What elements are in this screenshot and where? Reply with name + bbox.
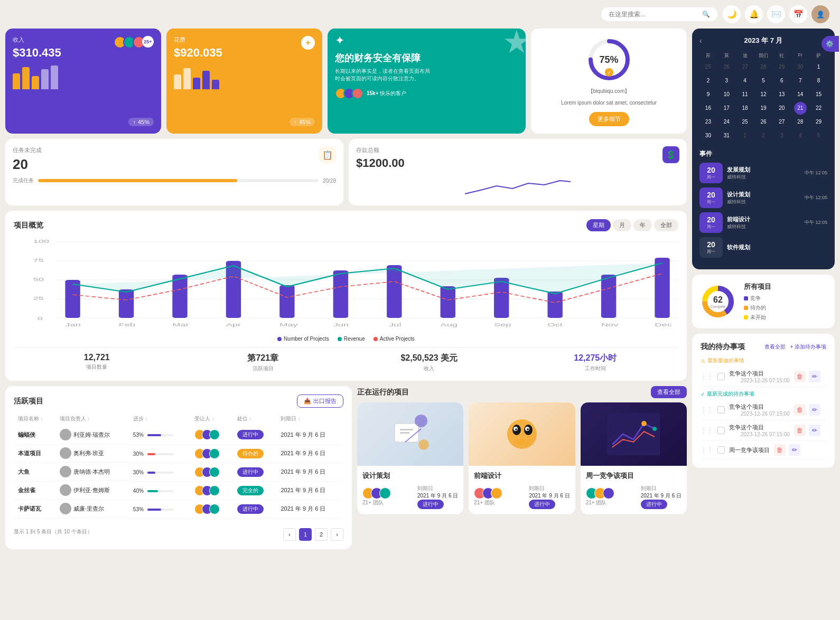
- calendar-day[interactable]: 4: [736, 74, 754, 87]
- mail-icon[interactable]: ✉️: [767, 5, 785, 23]
- svg-rect-18: [279, 285, 294, 318]
- calendar-day[interactable]: 15: [810, 88, 827, 101]
- col-assignee[interactable]: 受让人 ↕: [190, 412, 232, 426]
- todo-edit-4-button[interactable]: ✏: [789, 444, 800, 456]
- search-box[interactable]: 🔍: [601, 7, 717, 21]
- col-status[interactable]: 处位 ↕: [233, 412, 277, 426]
- drag-handle-3[interactable]: ⋮⋮: [701, 427, 713, 434]
- calendar-day[interactable]: 5: [755, 74, 772, 87]
- svg-rect-41: [400, 432, 409, 434]
- tab-week[interactable]: 星期: [586, 219, 611, 231]
- stat-active-label: 活跃项目: [180, 365, 347, 372]
- calendar-day[interactable]: 4: [791, 129, 809, 142]
- calendar-day[interactable]: 17: [718, 102, 735, 115]
- calendar-day[interactable]: 18: [736, 102, 754, 115]
- calendar-day[interactable]: 27: [773, 116, 790, 128]
- calendar-day[interactable]: 7: [791, 74, 809, 87]
- calendar-day[interactable]: 20: [773, 102, 790, 115]
- calendar-day[interactable]: 24: [718, 116, 735, 128]
- page-2-button[interactable]: 2: [315, 528, 328, 541]
- calendar-day[interactable]: 11: [736, 88, 754, 101]
- calendar-day[interactable]: 2: [755, 129, 772, 142]
- calendar-day[interactable]: 27: [736, 61, 754, 73]
- todo-view-all-link[interactable]: 查看全部: [764, 343, 786, 351]
- col-manager[interactable]: 项目负责人 ↕: [55, 412, 129, 426]
- calendar-day[interactable]: 30: [791, 61, 809, 73]
- calendar-day[interactable]: 21: [794, 102, 807, 115]
- calendar-day[interactable]: 31: [718, 129, 735, 142]
- search-input[interactable]: [609, 11, 698, 18]
- calendar-day[interactable]: 10: [718, 88, 735, 101]
- todo-edit-3-button[interactable]: ✏: [809, 425, 820, 436]
- tab-all[interactable]: 全部: [654, 219, 678, 231]
- todo-check-4[interactable]: [717, 446, 725, 454]
- settings-icon[interactable]: ⚙️: [822, 36, 839, 52]
- calendar-day[interactable]: 28: [791, 116, 809, 128]
- calendar-day[interactable]: 13: [773, 88, 790, 101]
- calendar-day[interactable]: 6: [773, 74, 790, 87]
- todo-delete-2-button[interactable]: 🗑: [794, 404, 806, 416]
- calendar-day[interactable]: 25: [736, 116, 754, 128]
- svg-point-54: [652, 427, 657, 431]
- next-page-button[interactable]: ›: [331, 528, 343, 541]
- cal-day-header: 莫: [718, 51, 735, 61]
- drag-handle-4[interactable]: ⋮⋮: [701, 446, 713, 454]
- calendar-day[interactable]: 8: [810, 74, 827, 87]
- calendar-day[interactable]: 29: [810, 116, 827, 128]
- cal-prev-button[interactable]: ‹: [699, 36, 702, 45]
- calendar-day[interactable]: 2: [699, 74, 717, 87]
- moon-icon[interactable]: 🌙: [723, 5, 741, 23]
- cell-due-0: 2021 年 9 月 6 日: [276, 426, 343, 444]
- calendar-day[interactable]: 22: [810, 102, 827, 115]
- project-overview-tabs[interactable]: 星期 月 年 全部: [586, 219, 678, 231]
- todo-check-1[interactable]: [717, 373, 725, 380]
- calendar-day[interactable]: 3: [773, 129, 790, 142]
- calendar-day[interactable]: 23: [699, 116, 717, 128]
- calendar-day[interactable]: 3: [718, 74, 735, 87]
- drag-handle-1[interactable]: ⋮⋮: [701, 373, 713, 380]
- prev-page-button[interactable]: ‹: [283, 528, 296, 541]
- todo-delete-1-button[interactable]: 🗑: [794, 371, 806, 382]
- todo-item-3-actions: 🗑 ✏: [794, 425, 820, 436]
- drag-handle-2[interactable]: ⋮⋮: [701, 406, 713, 414]
- table-row: 本道项目 奥利弗·班亚 30% 待办的 2021 年 9 月 6 日: [14, 444, 343, 463]
- calendar-day[interactable]: 26: [755, 116, 772, 128]
- calendar-icon[interactable]: 📅: [789, 5, 807, 23]
- calendar-day[interactable]: 29: [773, 61, 790, 73]
- calendar-day[interactable]: 5: [810, 129, 827, 142]
- todo-text-3: 竞争这个项目: [729, 424, 790, 431]
- todo-edit-1-button[interactable]: ✏: [809, 371, 820, 382]
- bell-icon[interactable]: 🔔: [745, 5, 763, 23]
- todo-check-2[interactable]: [717, 406, 725, 414]
- user-avatar[interactable]: 👤: [811, 5, 829, 23]
- cell-name-4: 卡萨诺瓦: [14, 500, 55, 518]
- calendar-day[interactable]: 1: [736, 129, 754, 142]
- tasks-progress-fill: [38, 179, 237, 182]
- todo-delete-4-button[interactable]: 🗑: [774, 444, 786, 456]
- calendar-day[interactable]: 19: [755, 102, 772, 115]
- export-button[interactable]: 📤 出口报告: [297, 394, 343, 408]
- tab-month[interactable]: 月: [613, 219, 631, 231]
- calendar-day[interactable]: 25: [699, 61, 717, 73]
- calendar-day[interactable]: 9: [699, 88, 717, 101]
- tab-year[interactable]: 年: [633, 219, 652, 231]
- col-name[interactable]: 项目名称 ↕: [14, 412, 55, 426]
- col-due[interactable]: 到期日 ↕: [276, 412, 343, 426]
- calendar-day[interactable]: 26: [718, 61, 735, 73]
- calendar-day[interactable]: 1: [810, 61, 827, 73]
- calendar-day[interactable]: 12: [755, 88, 772, 101]
- page-1-button[interactable]: 1: [299, 528, 312, 541]
- cell-name-0: 蝙蝠侠: [14, 426, 55, 444]
- view-all-button[interactable]: 查看全部: [651, 386, 687, 398]
- calendar-day[interactable]: 14: [791, 88, 809, 101]
- todo-check-3[interactable]: [717, 427, 725, 434]
- detail-button[interactable]: 更多细节: [589, 112, 629, 126]
- todo-edit-2-button[interactable]: ✏: [809, 404, 820, 416]
- col-progress[interactable]: 进步 ↕: [129, 412, 191, 426]
- calendar-day[interactable]: 28: [755, 61, 772, 73]
- todo-add-link[interactable]: + 添加待办事项: [790, 343, 826, 351]
- donut-legend: 竞争待办的未开始: [744, 295, 771, 321]
- todo-delete-3-button[interactable]: 🗑: [794, 425, 806, 436]
- calendar-day[interactable]: 30: [699, 129, 717, 142]
- calendar-day[interactable]: 16: [699, 102, 717, 115]
